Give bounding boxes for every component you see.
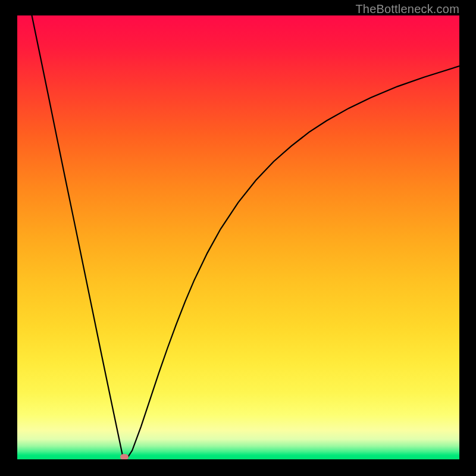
curve-left-branch xyxy=(32,15,123,457)
chart-stage: TheBottleneck.com xyxy=(0,0,476,476)
watermark-text: TheBottleneck.com xyxy=(355,2,459,16)
curve-right-branch xyxy=(128,66,459,457)
curve-layer xyxy=(17,15,459,459)
plot-area xyxy=(17,15,459,459)
minimum-marker xyxy=(120,454,129,459)
